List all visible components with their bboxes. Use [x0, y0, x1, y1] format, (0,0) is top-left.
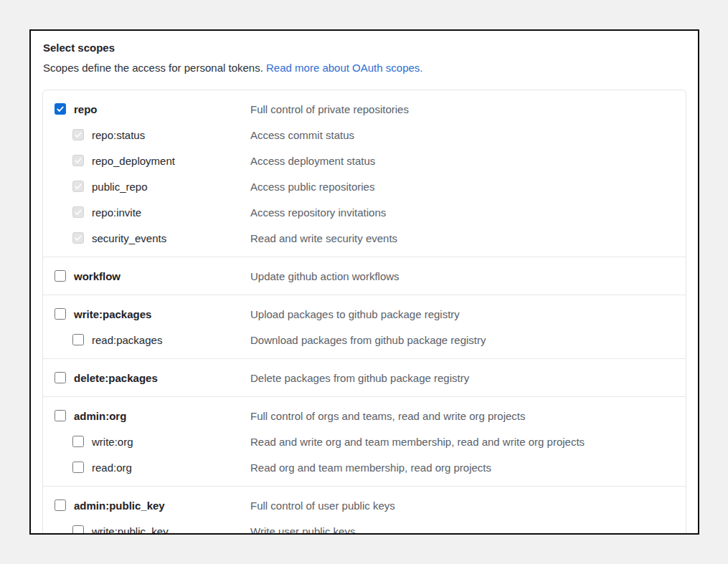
scope-name: repo_deployment: [92, 155, 175, 167]
checkbox-write-packages[interactable]: [55, 308, 66, 320]
scope-name: read:packages: [92, 334, 162, 346]
page-background: { "header": { "title": "Select scopes", …: [0, 0, 728, 564]
scope-description: Access deployment status: [250, 148, 375, 173]
check-icon: [74, 208, 82, 216]
checkbox-security-events: [72, 232, 84, 244]
scope-section-admin-org: admin:orgFull control of orgs and teams,…: [43, 396, 686, 486]
checkbox-write-org[interactable]: [72, 436, 84, 447]
checkbox-repo-status: [72, 129, 84, 140]
scope-row-delete-packages: delete:packagesDelete packages from gith…: [43, 365, 686, 391]
scope-name: admin:public_key: [74, 500, 165, 512]
scope-description: Read and write security events: [250, 225, 397, 251]
checkbox-workflow[interactable]: [55, 270, 66, 282]
scope-description: Write user public keys: [250, 518, 355, 535]
scope-section-workflow: workflowUpdate github action workflows: [43, 257, 686, 295]
scope-row-read-packages: read:packagesDownload packages from gith…: [43, 327, 686, 353]
subtitle-text: Scopes define the access for personal to…: [43, 62, 263, 74]
scope-section-delete-packages: delete:packagesDelete packages from gith…: [43, 358, 686, 396]
scope-section-repo: repoFull control of private repositories…: [43, 90, 686, 257]
checkbox-write-public-key[interactable]: [72, 525, 84, 535]
scope-row-repo-deployment: repo_deploymentAccess deployment status: [43, 148, 686, 173]
checkbox-admin-org[interactable]: [55, 410, 66, 421]
scope-description: Download packages from github package re…: [250, 327, 486, 353]
scope-description: Read and write org and team membership, …: [250, 429, 585, 454]
checkbox-read-packages[interactable]: [72, 334, 84, 345]
scope-row-repo-invite: repo:inviteAccess repository invitations: [43, 199, 686, 225]
scope-row-admin-org: admin:orgFull control of orgs and teams,…: [43, 403, 686, 429]
scope-description: Access commit status: [250, 122, 354, 148]
scope-row-write-org: write:orgRead and write org and team mem…: [43, 429, 686, 454]
checkbox-repo[interactable]: [55, 103, 66, 115]
scope-description: Full control of user public keys: [250, 492, 395, 518]
scope-name: repo:status: [92, 129, 145, 141]
scope-description: Full control of private repositories: [250, 96, 409, 122]
scope-section-admin-public-key: admin:public_keyFull control of user pub…: [43, 486, 686, 535]
page-title: Select scopes: [43, 41, 686, 54]
checkbox-repo-deployment: [72, 155, 84, 166]
scope-name: delete:packages: [74, 372, 158, 384]
checkbox-public-repo: [72, 181, 84, 192]
oauth-scopes-link[interactable]: Read more about OAuth scopes.: [266, 62, 422, 74]
scope-description: Access public repositories: [250, 173, 374, 199]
scope-row-public-repo: public_repoAccess public repositories: [43, 173, 686, 199]
scope-description: Read org and team membership, read org p…: [250, 454, 491, 480]
checkbox-admin-public-key[interactable]: [55, 500, 66, 511]
scope-row-repo: repoFull control of private repositories: [43, 96, 686, 122]
scope-row-write-public-key: write:public_keyWrite user public keys: [43, 518, 686, 535]
check-icon: [56, 105, 65, 113]
scope-row-read-org: read:orgRead org and team membership, re…: [43, 454, 686, 480]
scopes-subtitle: Scopes define the access for personal to…: [43, 61, 686, 75]
scopes-card: Select scopes Scopes define the access f…: [29, 29, 699, 535]
checkbox-read-org[interactable]: [72, 462, 84, 473]
scope-row-repo-status: repo:statusAccess commit status: [43, 122, 686, 148]
scope-name: write:org: [92, 436, 133, 448]
scope-row-security-events: security_eventsRead and write security e…: [43, 225, 686, 251]
scope-name: write:packages: [74, 308, 151, 320]
check-icon: [74, 234, 82, 242]
scope-description: Upload packages to github package regist…: [250, 301, 460, 327]
check-icon: [74, 156, 82, 165]
scope-name: workflow: [74, 270, 120, 282]
scope-name: public_repo: [92, 181, 148, 193]
check-icon: [74, 130, 82, 139]
scope-list: repoFull control of private repositories…: [42, 90, 686, 535]
scope-name: repo: [74, 103, 98, 115]
scope-row-write-packages: write:packagesUpload packages to github …: [43, 301, 686, 327]
scope-name: write:public_key: [92, 525, 169, 535]
scope-section-write-packages: write:packagesUpload packages to github …: [43, 295, 686, 358]
checkbox-repo-invite: [72, 206, 84, 218]
scope-name: repo:invite: [92, 206, 141, 219]
scope-description: Access repository invitations: [250, 199, 386, 225]
scope-row-admin-public-key: admin:public_keyFull control of user pub…: [43, 492, 686, 518]
scope-name: security_events: [92, 232, 166, 244]
scope-row-workflow: workflowUpdate github action workflows: [43, 263, 686, 289]
scope-name: read:org: [92, 462, 132, 474]
checkbox-delete-packages[interactable]: [55, 372, 66, 383]
scope-name: admin:org: [74, 410, 126, 422]
scope-description: Full control of orgs and teams, read and…: [250, 403, 526, 429]
scope-description: Update github action workflows: [250, 263, 400, 289]
scope-description: Delete packages from github package regi…: [250, 365, 469, 391]
check-icon: [74, 182, 82, 191]
